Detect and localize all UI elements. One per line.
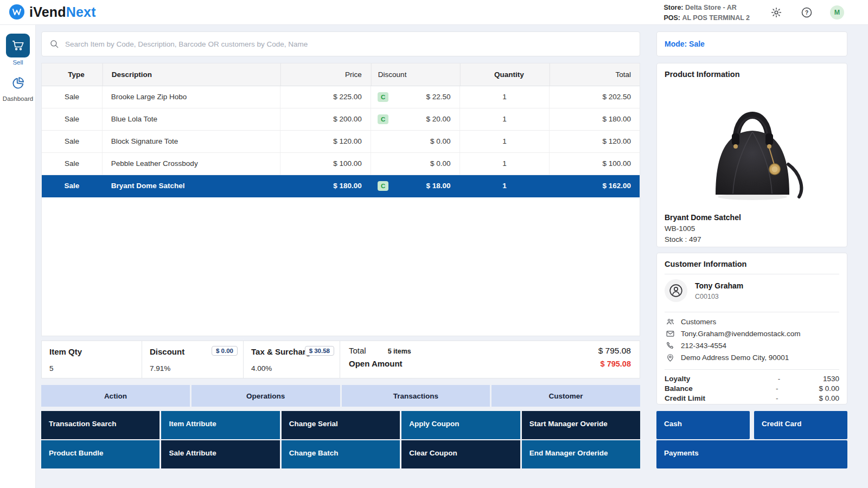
tax-amount-badge: $ 30.58 xyxy=(305,346,334,356)
sidebar: Sell Dashboard xyxy=(0,25,36,488)
cell-price: $ 120.00 xyxy=(280,131,371,152)
separator: - xyxy=(735,375,823,383)
separator: - xyxy=(735,394,819,402)
cell-total: $ 162.00 xyxy=(550,175,640,197)
balance-value: $ 0.00 xyxy=(819,384,839,393)
cart-table: Type Description Price Discount Quantity… xyxy=(41,63,640,336)
table-row[interactable]: Sale Pebble Leather Crossbody $ 100.00 $… xyxy=(42,153,640,175)
product-bundle-button[interactable]: Product Bundle xyxy=(41,440,159,468)
discount-amount-badge: $ 0.00 xyxy=(212,346,238,356)
customer-information-card: Customer Information Tony Graham C00103 … xyxy=(656,253,847,404)
divider xyxy=(665,274,839,274)
sidebar-item-dashboard[interactable] xyxy=(11,76,25,91)
change-serial-button[interactable]: Change Serial xyxy=(282,411,400,439)
totals-summary: Item Qty 5 Discount $ 0.00 7.91% Tax & S… xyxy=(41,341,640,378)
cell-description: Pebble Leather Crossbody xyxy=(103,153,280,175)
cell-total: $ 180.00 xyxy=(550,108,640,130)
mode-text: Mode: Sale xyxy=(665,40,705,48)
credit-limit-row: Credit Limit - $ 0.00 xyxy=(665,394,839,402)
customer-email-text: Tony.Graham@ivenddemostack.com xyxy=(681,330,801,338)
product-information-card: Product Information xyxy=(656,63,847,247)
discount-cell: Discount $ 0.00 7.91% xyxy=(142,341,244,378)
help-button[interactable]: ? xyxy=(800,5,814,20)
open-amount-label: Open Amount xyxy=(349,359,403,368)
col-header-price: Price xyxy=(280,63,371,86)
table-row[interactable]: Sale Block Signature Tote $ 120.00 $ 0.0… xyxy=(42,131,640,153)
pos-app: iVendNext Store: Delta Store - AR POS: A… xyxy=(0,0,868,488)
loyalty-label: Loyalty xyxy=(665,375,735,383)
col-header-type: Type xyxy=(42,63,103,86)
total-items-count: 5 items xyxy=(388,348,411,355)
store-value: Delta Store - AR xyxy=(685,4,737,11)
item-qty-value: 5 xyxy=(49,364,54,373)
user-avatar[interactable]: M xyxy=(830,5,844,20)
store-pos-info: Store: Delta Store - AR POS: AL POS TERM… xyxy=(663,3,750,23)
start-manager-override-button[interactable]: Start Manager Overide xyxy=(522,411,640,439)
cell-quantity: 1 xyxy=(460,175,550,197)
change-batch-button[interactable]: Change Batch xyxy=(282,440,400,468)
cash-button[interactable]: Cash xyxy=(656,411,750,439)
search-input[interactable] xyxy=(65,40,632,48)
phone-icon xyxy=(666,341,675,350)
transaction-search-button[interactable]: Transaction Search xyxy=(41,411,159,439)
credit-limit-label: Credit Limit xyxy=(665,394,735,402)
action-tabs: Action Operations Transactions Customer xyxy=(41,385,640,407)
credit-card-button[interactable]: Credit Card xyxy=(754,411,847,439)
tab-operations[interactable]: Operations xyxy=(192,385,340,407)
customer-code: C00103 xyxy=(695,293,719,300)
tab-action[interactable]: Action xyxy=(41,385,190,407)
cell-price: $ 200.00 xyxy=(280,108,371,130)
mail-icon xyxy=(666,329,675,338)
cell-price: $ 225.00 xyxy=(280,86,371,108)
action-buttons-row-2: Product Bundle Sale Attribute Change Bat… xyxy=(41,440,640,468)
table-row-selected[interactable]: Sale Bryant Dome Satchel $ 180.00 C$ 18.… xyxy=(42,175,640,197)
cell-description: Brooke Large Zip Hobo xyxy=(103,86,280,108)
search-icon xyxy=(49,39,60,49)
col-header-total: Total xyxy=(550,63,640,86)
search-bar xyxy=(41,31,640,56)
cell-discount: C$ 18.00 xyxy=(371,175,460,197)
loyalty-value: 1530 xyxy=(823,375,839,383)
payments-button[interactable]: Payments xyxy=(656,440,847,468)
col-header-quantity: Quantity xyxy=(460,63,550,86)
customer-address-text: Demo Address Demo City, 90001 xyxy=(681,354,789,362)
product-stock: Stock : 497 xyxy=(665,235,701,243)
cell-total: $ 120.00 xyxy=(550,131,640,152)
open-amount-value: $ 795.08 xyxy=(601,359,631,368)
cell-description: Block Signature Tote xyxy=(103,131,280,152)
discount-percent: 7.91% xyxy=(150,364,170,373)
handbag-image xyxy=(693,82,812,210)
clear-coupon-button[interactable]: Clear Coupon xyxy=(401,440,520,468)
customer-group-row: Customers xyxy=(666,317,716,326)
divider xyxy=(665,369,839,370)
tab-transactions[interactable]: Transactions xyxy=(342,385,490,407)
end-manager-override-button[interactable]: End Manager Orderide xyxy=(522,440,640,468)
ivend-logo-icon xyxy=(9,4,25,20)
customer-info-heading: Customer Information xyxy=(665,260,839,268)
item-attribute-button[interactable]: Item Attribute xyxy=(161,411,279,439)
cell-total: $ 100.00 xyxy=(550,153,640,175)
tax-cell: Tax & Surcharge $ 30.58 4.00% xyxy=(244,341,340,378)
product-info-heading: Product Information xyxy=(665,70,839,79)
users-icon xyxy=(666,317,675,326)
top-bar: iVendNext Store: Delta Store - AR POS: A… xyxy=(0,0,868,25)
sidebar-item-sell[interactable] xyxy=(6,34,30,57)
apply-coupon-button[interactable]: Apply Coupon xyxy=(401,411,520,439)
cell-description: Blue Lola Tote xyxy=(103,108,280,130)
sale-attribute-button[interactable]: Sale Attribute xyxy=(161,440,279,468)
location-icon xyxy=(666,353,675,362)
store-label: Store: xyxy=(663,4,683,11)
settings-button[interactable] xyxy=(769,5,783,20)
cell-type: Sale xyxy=(42,108,103,130)
table-row[interactable]: Sale Blue Lola Tote $ 200.00 C$ 20.00 1 … xyxy=(42,108,640,131)
cell-discount: C$ 20.00 xyxy=(371,108,460,130)
customer-address-row: Demo Address Demo City, 90001 xyxy=(666,353,789,362)
pie-chart-icon xyxy=(11,76,25,91)
tax-percent: 4.00% xyxy=(251,364,272,373)
total-cell: Total 5 items $ 795.08 Open Amount $ 795… xyxy=(340,341,640,378)
tab-customer[interactable]: Customer xyxy=(492,385,640,407)
table-row[interactable]: Sale Brooke Large Zip Hobo $ 225.00 C$ 2… xyxy=(42,86,640,108)
cell-discount: C$ 22.50 xyxy=(371,86,460,108)
customer-group-text: Customers xyxy=(681,318,716,326)
product-sku: WB-1005 xyxy=(665,224,695,233)
